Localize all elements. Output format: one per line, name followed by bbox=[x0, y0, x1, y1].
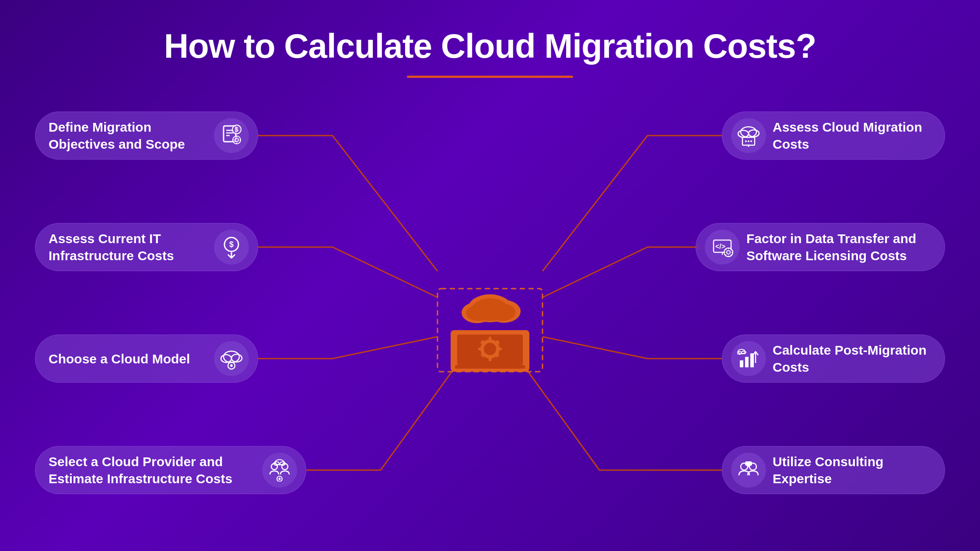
page-title: How to Calculate Cloud Migration Costs? bbox=[0, 0, 980, 66]
card-select-provider-icon bbox=[262, 453, 297, 488]
svg-rect-3 bbox=[455, 365, 525, 369]
svg-point-65 bbox=[745, 140, 747, 142]
cloud-compute-icon bbox=[737, 124, 760, 147]
card-assess-it-text: Assess Current IT Infrastructure Costs bbox=[49, 230, 214, 264]
card-consulting-text: Utilize Consulting Expertise bbox=[766, 453, 931, 487]
card-post-migration-text: Calculate Post-Migration Costs bbox=[766, 342, 931, 376]
svg-rect-83 bbox=[745, 357, 749, 367]
svg-line-44 bbox=[229, 363, 229, 363]
laptop-cloud-icon bbox=[433, 262, 547, 376]
card-assess-it: Assess Current IT Infrastructure Costs $ bbox=[35, 223, 258, 271]
card-assess-cloud: Assess Cloud Migration Costs bbox=[722, 112, 945, 160]
svg-line-80 bbox=[731, 249, 732, 250]
card-data-transfer: Factor in Data Transfer and Software Lic… bbox=[696, 223, 945, 271]
svg-point-19 bbox=[489, 303, 515, 321]
svg-line-47 bbox=[229, 368, 229, 368]
card-post-migration: Calculate Post-Migration Costs bbox=[722, 335, 945, 383]
code-settings-icon: </> bbox=[711, 236, 734, 258]
card-data-transfer-icon: </> bbox=[705, 230, 740, 265]
svg-rect-9 bbox=[497, 348, 502, 350]
svg-text:</>: </> bbox=[715, 243, 725, 250]
svg-point-5 bbox=[484, 343, 496, 355]
svg-point-66 bbox=[748, 140, 749, 142]
center-illustration bbox=[433, 262, 547, 376]
svg-text:$: $ bbox=[235, 126, 238, 133]
svg-point-67 bbox=[750, 140, 752, 142]
card-data-transfer-text: Factor in Data Transfer and Software Lic… bbox=[740, 230, 931, 264]
card-post-migration-icon bbox=[731, 341, 766, 376]
svg-point-39 bbox=[230, 364, 233, 367]
consulting-icon bbox=[737, 459, 760, 481]
card-choose-cloud-icon bbox=[214, 341, 249, 376]
people-cloud-icon bbox=[268, 459, 291, 481]
svg-rect-8 bbox=[478, 348, 483, 350]
svg-line-46 bbox=[234, 363, 234, 363]
title-underline bbox=[407, 76, 573, 78]
cloud-settings-icon bbox=[220, 347, 243, 370]
dollar-down-icon: $ bbox=[220, 236, 243, 258]
svg-rect-91 bbox=[745, 461, 752, 466]
chart-cloud-icon bbox=[737, 347, 760, 370]
card-define-migration-text: Define Migration Objectives and Scope bbox=[49, 119, 214, 153]
card-assess-cloud-icon bbox=[731, 118, 766, 153]
svg-point-18 bbox=[466, 305, 490, 321]
svg-line-45 bbox=[234, 368, 234, 368]
svg-rect-7 bbox=[489, 357, 491, 361]
card-choose-cloud-text: Choose a Cloud Model bbox=[49, 350, 214, 367]
card-define-migration: Define Migration Objectives and Scope $ bbox=[35, 112, 258, 160]
card-define-migration-icon: $ bbox=[214, 118, 249, 153]
card-consulting-icon bbox=[731, 453, 766, 488]
svg-point-26 bbox=[233, 136, 241, 144]
card-assess-cloud-text: Assess Cloud Migration Costs bbox=[766, 119, 931, 153]
svg-line-78 bbox=[725, 249, 726, 250]
target-icon: $ bbox=[220, 124, 243, 147]
card-choose-cloud: Choose a Cloud Model bbox=[35, 335, 258, 383]
svg-line-79 bbox=[731, 255, 732, 255]
diagram-area: Define Migration Objectives and Scope $ bbox=[0, 87, 980, 551]
svg-rect-6 bbox=[489, 337, 491, 341]
svg-rect-82 bbox=[740, 360, 743, 367]
svg-line-81 bbox=[725, 255, 726, 255]
svg-text:$: $ bbox=[229, 240, 234, 249]
card-select-provider: Select a Cloud Provider and Estimate Inf… bbox=[35, 446, 306, 494]
card-assess-it-icon: $ bbox=[214, 230, 249, 265]
svg-point-54 bbox=[279, 478, 281, 480]
svg-rect-84 bbox=[750, 353, 754, 367]
card-consulting: Utilize Consulting Expertise bbox=[722, 446, 945, 494]
card-select-provider-text: Select a Cloud Provider and Estimate Inf… bbox=[49, 453, 262, 487]
